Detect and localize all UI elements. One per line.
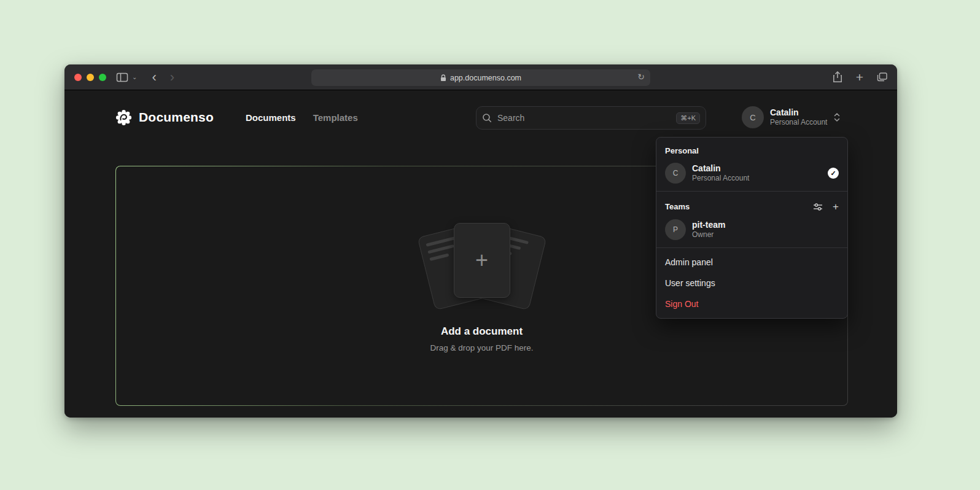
account-subtitle: Personal Account [770, 118, 827, 127]
search-input[interactable] [497, 113, 671, 123]
maximize-window-button[interactable] [99, 74, 106, 81]
tab-overview-icon[interactable] [877, 72, 887, 82]
team-name: pit-team [692, 220, 725, 231]
app-content: Documenso Documents Templates ⌘+K C Cata… [64, 90, 897, 418]
url-text: app.documenso.com [450, 74, 521, 82]
browser-window: ⌄ ‹ › app.documenso.com ↻ + [64, 64, 897, 418]
brand[interactable]: Documenso [115, 105, 214, 130]
main-nav: Documents Templates [246, 105, 358, 130]
reload-icon[interactable]: ↻ [637, 72, 645, 82]
cards-illustration: + [414, 220, 550, 312]
add-team-icon[interactable]: + [833, 201, 839, 212]
menu-item-admin-panel[interactable]: Admin panel [656, 252, 847, 273]
nav-templates[interactable]: Templates [313, 112, 358, 123]
sidebar-toggle-icon[interactable] [116, 72, 128, 82]
personal-account-name: Catalin [692, 163, 749, 174]
personal-account-item[interactable]: C Catalin Personal Account ✓ [656, 159, 847, 187]
teams-section-heading: Teams [665, 202, 690, 211]
forward-icon[interactable]: › [170, 71, 174, 84]
new-tab-icon[interactable]: + [856, 70, 863, 85]
dropzone-subtitle: Drag & drop your PDF here. [430, 343, 533, 352]
search-bar[interactable]: ⌘+K [476, 106, 706, 130]
plus-icon: + [475, 249, 488, 271]
lock-icon [440, 74, 446, 82]
dropzone-title: Add a document [441, 325, 523, 338]
menu-divider [656, 191, 847, 192]
search-icon [482, 113, 492, 123]
search-shortcut-badge: ⌘+K [676, 112, 700, 124]
menu-item-user-settings[interactable]: User settings [656, 273, 847, 294]
url-bar[interactable]: app.documenso.com ↻ [311, 69, 650, 86]
team-item[interactable]: P pit-team Owner [656, 216, 847, 244]
documenso-logo-icon [115, 109, 132, 126]
menu-item-sign-out[interactable]: Sign Out [656, 294, 847, 314]
nav-documents[interactable]: Documents [246, 112, 296, 123]
menu-divider [656, 247, 847, 248]
share-icon[interactable] [833, 71, 842, 83]
sidebar-chevron-icon[interactable]: ⌄ [132, 74, 137, 80]
window-controls [74, 74, 106, 81]
selected-check-icon: ✓ [828, 168, 839, 179]
card-front: + [454, 223, 510, 298]
avatar: C [665, 163, 686, 184]
browser-toolbar: ⌄ ‹ › app.documenso.com ↻ + [64, 64, 897, 90]
account-menu-trigger[interactable]: C Catalin Personal Account [742, 105, 841, 130]
personal-section-heading: Personal [656, 140, 847, 159]
account-name: Catalin [770, 107, 827, 118]
brand-name: Documenso [139, 110, 214, 125]
manage-teams-icon[interactable] [813, 203, 823, 211]
back-icon[interactable]: ‹ [152, 71, 156, 84]
minimize-window-button[interactable] [87, 74, 94, 81]
team-role: Owner [692, 230, 725, 239]
avatar: C [742, 106, 764, 128]
avatar: P [665, 219, 686, 240]
close-window-button[interactable] [74, 74, 82, 81]
chevron-up-down-icon [833, 112, 841, 123]
personal-account-subtitle: Personal Account [692, 174, 749, 183]
account-dropdown-menu: Personal C Catalin Personal Account ✓ Te… [656, 137, 848, 319]
